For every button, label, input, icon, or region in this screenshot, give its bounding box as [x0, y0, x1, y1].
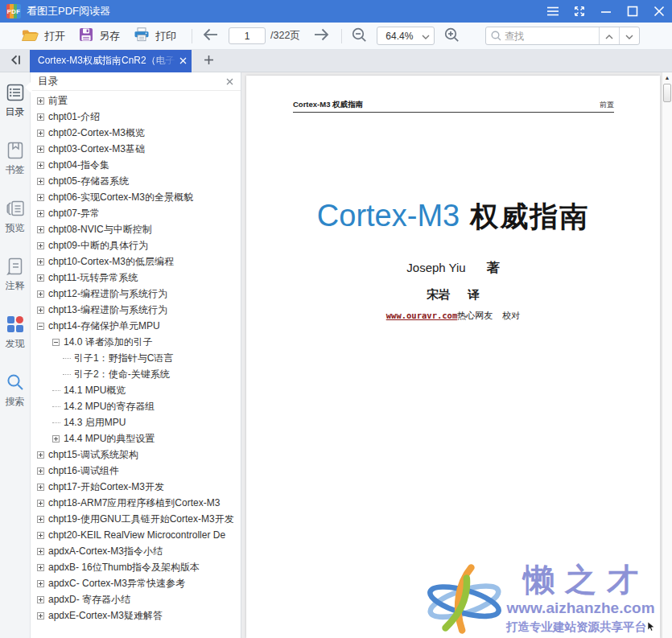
expand-icon[interactable] — [52, 435, 60, 442]
expand-icon[interactable] — [37, 612, 44, 619]
next-page-button[interactable] — [313, 28, 330, 43]
zoom-out-button[interactable] — [352, 27, 367, 45]
collapse-icon[interactable] — [52, 339, 60, 346]
sidebar-item-search[interactable]: 搜索 — [0, 372, 30, 409]
toc-item[interactable]: chpt16-调试组件 — [31, 463, 241, 479]
toc-item-label: chpt03-Cortex-M3基础 — [48, 142, 145, 156]
toc-item[interactable]: chpt15-调试系统架构 — [31, 447, 241, 463]
save-as-button[interactable]: 另存 — [79, 27, 120, 44]
toc-item[interactable]: chpt11-玩转异常系统 — [31, 270, 241, 286]
expand-icon[interactable] — [37, 451, 44, 459]
prev-page-button[interactable] — [202, 28, 219, 43]
sidebar-item-toc[interactable]: 目录 — [0, 82, 30, 119]
toc-item-label: chpt11-玩转异常系统 — [48, 271, 138, 285]
toc-item[interactable]: chpt05-存储器系统 — [31, 173, 241, 189]
page-number-input[interactable] — [229, 27, 266, 44]
toc-item-label: 14.1 MPU概览 — [64, 384, 126, 397]
open-button[interactable]: 打开 — [21, 27, 65, 44]
close-button[interactable] — [645, 0, 672, 23]
collapse-tabs-button[interactable] — [6, 51, 25, 71]
toc-item[interactable]: chpt20-KEIL RealView Microcontroller De — [31, 527, 241, 543]
fullscreen-button[interactable] — [566, 0, 592, 23]
proof-link[interactable]: www.ouravr.com — [386, 311, 458, 320]
sidebar-item-preview[interactable]: 预览 — [0, 198, 30, 235]
expand-icon[interactable] — [37, 146, 44, 153]
toc-item[interactable]: 14.1 MPU概览 — [31, 382, 241, 398]
toc-item[interactable]: chpt19-使用GNU工具链开始Cortex-M3开发 — [31, 511, 241, 527]
expand-icon[interactable] — [37, 210, 44, 217]
tab-close-icon[interactable] — [179, 57, 187, 64]
expand-icon[interactable] — [37, 194, 44, 201]
book-title-cn: 权威指南 — [470, 200, 589, 232]
scroll-up-icon[interactable]: ▲ — [662, 72, 672, 83]
expand-icon[interactable] — [37, 290, 44, 298]
toc-item[interactable]: apdxD- 寄存器小结 — [31, 591, 241, 607]
panel-close-icon[interactable] — [226, 76, 233, 88]
expand-icon[interactable] — [37, 130, 44, 137]
expand-icon[interactable] — [37, 226, 44, 233]
expand-icon[interactable] — [37, 307, 44, 314]
menu-button[interactable] — [539, 0, 566, 23]
expand-icon[interactable] — [37, 113, 44, 121]
toc-item[interactable]: chpt10-Cortex-M3的低层编程 — [31, 253, 241, 270]
maximize-button[interactable] — [619, 0, 645, 23]
toc-item[interactable]: chpt02-Cortex-M3概览 — [31, 125, 241, 141]
toc-item[interactable]: chpt09-中断的具体行为 — [31, 237, 241, 253]
scrollbar-thumb[interactable] — [663, 84, 671, 102]
toc-item[interactable]: apdxA-Cortex-M3指令小结 — [31, 543, 241, 559]
toc-item[interactable]: 前置 — [31, 93, 241, 109]
chevron-down-icon — [625, 30, 633, 42]
toc-item[interactable]: 14.3 启用MPU — [31, 414, 241, 430]
vertical-scrollbar[interactable]: ▲ — [662, 72, 672, 638]
translator-role: 译 — [468, 288, 480, 301]
toc-item[interactable]: apdxB- 16位Thumb指令及架构版本 — [31, 559, 241, 575]
toc-item[interactable]: 14.0 译者添加的引子 — [31, 334, 241, 350]
expand-icon[interactable] — [37, 500, 44, 507]
find-input[interactable] — [505, 31, 599, 42]
find-prev-button[interactable] — [599, 27, 619, 44]
toc-item[interactable]: chpt04-指令集 — [31, 157, 241, 173]
toc-item[interactable]: chpt12-编程进阶与系统行为 — [31, 286, 241, 302]
toc-item[interactable]: chpt07-异常 — [31, 205, 241, 221]
expand-icon[interactable] — [37, 484, 44, 491]
expand-icon[interactable] — [37, 178, 44, 185]
expand-icon[interactable] — [37, 516, 44, 523]
toc-item[interactable]: 14.4 MPU的典型设置 — [31, 430, 241, 447]
expand-icon[interactable] — [37, 97, 44, 105]
toc-item[interactable]: chpt18-ARM7应用程序移植到Cortex-M3 — [31, 495, 241, 511]
toc-item[interactable]: apdxC- Cortex-M3异常快速参考 — [31, 575, 241, 591]
new-tab-button[interactable] — [198, 51, 219, 72]
toc-item[interactable]: 引子1：野指针与C语言 — [31, 350, 241, 366]
sidebar-item-discover[interactable]: 发现 — [0, 314, 30, 351]
toc-item[interactable]: chpt08-NVIC与中断控制 — [31, 221, 241, 237]
expand-icon[interactable] — [37, 162, 44, 169]
expand-icon[interactable] — [37, 258, 44, 265]
print-button[interactable]: 打印 — [134, 27, 176, 44]
expand-icon[interactable] — [37, 467, 44, 475]
zoom-level-select[interactable]: 64.4% — [377, 27, 435, 45]
expand-icon[interactable] — [37, 548, 44, 555]
toc-item[interactable]: chpt17-开始Cortex-M3开发 — [31, 479, 241, 495]
minimize-button[interactable] — [592, 0, 619, 23]
expand-icon[interactable] — [37, 596, 44, 603]
sidebar-item-bookmarks[interactable]: 书签 — [0, 140, 30, 177]
collapse-icon[interactable] — [37, 323, 44, 330]
expand-icon[interactable] — [37, 532, 44, 539]
toc-item[interactable]: chpt01-介绍 — [31, 109, 241, 125]
tab-document[interactable]: Cortex-M3权威指南CnR2（电子 — [30, 50, 192, 72]
expand-icon[interactable] — [37, 274, 44, 282]
toc-item[interactable]: chpt14-存储保护单元MPU — [31, 318, 241, 334]
expand-icon[interactable] — [37, 242, 44, 249]
sidebar-item-annotations[interactable]: 注释 — [0, 256, 30, 293]
find-next-button[interactable] — [619, 27, 639, 44]
arrow-left-icon — [202, 28, 219, 43]
toc-item[interactable]: 引子2：使命-关键系统 — [31, 366, 241, 382]
toc-item[interactable]: chpt13-编程进阶与系统行为 — [31, 302, 241, 318]
zoom-in-button[interactable] — [444, 27, 460, 45]
toc-item[interactable]: chpt03-Cortex-M3基础 — [31, 141, 241, 157]
expand-icon[interactable] — [37, 580, 44, 587]
toc-item[interactable]: 14.2 MPU的寄存器组 — [31, 398, 241, 414]
expand-icon[interactable] — [37, 564, 44, 571]
toc-item[interactable]: apdxE-Cortex-M3疑难解答 — [31, 607, 241, 624]
toc-item[interactable]: chpt06-实现Cortex-M3的全景概貌 — [31, 189, 241, 205]
